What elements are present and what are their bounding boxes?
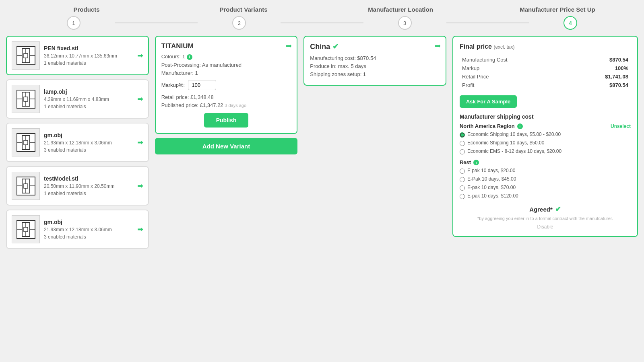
shipping-radio-rest-2[interactable] xyxy=(460,185,465,191)
svg-rect-27 xyxy=(24,227,28,232)
publish-button[interactable]: Publish xyxy=(204,113,249,128)
product-info-1: lamp.obj 4.39mm x 11.69mm x 4.83mm 1 ena… xyxy=(44,88,133,109)
markup-input[interactable] xyxy=(188,80,216,90)
shipping-option-rest-3[interactable]: E-pak 10 days, $120.00 xyxy=(460,193,631,199)
product-arrow-2[interactable]: ➡ xyxy=(137,138,143,147)
product-thumb-4 xyxy=(12,215,40,243)
step-circle-4[interactable]: 4 xyxy=(564,16,577,30)
product-card-1[interactable]: lamp.obj 4.39mm x 11.69mm x 4.83mm 1 ena… xyxy=(6,79,149,119)
product-dims-1: 4.39mm x 11.69mm x 4.83mm xyxy=(44,97,133,102)
price-card: Final price (excl. tax) Manufacturing Co… xyxy=(452,36,638,237)
rest-info-icon[interactable]: i xyxy=(473,160,479,165)
step-circle-1[interactable]: 1 xyxy=(67,16,80,30)
product-materials-4: 3 enabled materials xyxy=(44,234,133,240)
product-name-0: PEN fixed.stl xyxy=(44,45,133,51)
product-info-4: gm.obj 21.93mm x 12.18mm x 3.06mm 3 enab… xyxy=(44,219,133,240)
colours-info-icon[interactable]: i xyxy=(187,54,192,60)
agreed-check-icon: ✔ xyxy=(555,205,561,214)
product-thumb-1 xyxy=(12,85,40,113)
shipping-option-rest-0[interactable]: E pak 10 days, $20.00 xyxy=(460,168,631,174)
shipping-radio-rest-3[interactable] xyxy=(460,194,465,199)
product-name-2: gm.obj xyxy=(44,132,133,138)
location-card: ➡ China ✔ Manufacturing cost: $870.54 Pr… xyxy=(303,36,446,86)
manufacturing-cost: Manufacturing cost: $870.54 xyxy=(310,55,440,61)
product-dims-4: 21.93mm x 12.18mm x 3.06mm xyxy=(44,227,133,232)
add-variant-button[interactable]: Add New Variant xyxy=(155,138,298,154)
price-value-0: $870.54 xyxy=(562,56,630,64)
product-materials-1: 1 enabled materials xyxy=(44,104,133,109)
main-columns: PEN fixed.stl 36.12mm x 10.77mm x 135.63… xyxy=(0,32,644,253)
product-info-3: testModel.stl 20.50mm x 11.90mm x 20.50m… xyxy=(44,175,133,196)
svg-rect-15 xyxy=(24,140,28,145)
product-dims-0: 36.12mm x 10.77mm x 135.63mm xyxy=(44,53,133,59)
shipping-radio-na-2[interactable] xyxy=(460,149,465,154)
variants-column: ➡ TITANIUM Colours: 1 i Post-Processing:… xyxy=(155,36,298,154)
agreed-note: *by aggreeing you enter in to a formal c… xyxy=(460,216,631,221)
product-name-4: gm.obj xyxy=(44,219,133,225)
step-circle-3[interactable]: 3 xyxy=(398,16,412,30)
product-arrow-3[interactable]: ➡ xyxy=(137,181,143,190)
shipping-label-na-2: Economic EMS - 8-12 days 10 days, $20.00 xyxy=(467,148,561,154)
variant-colours: Colours: 1 i xyxy=(161,53,291,60)
product-name-1: lamp.obj xyxy=(44,88,133,95)
shipping-option-na-1[interactable]: Economic Shipping 10 days, $50.00 xyxy=(460,140,631,146)
product-info-0: PEN fixed.stl 36.12mm x 10.77mm x 135.63… xyxy=(44,45,133,66)
shipping-radio-na-0[interactable] xyxy=(460,132,465,138)
rest-region-title: Rest i xyxy=(460,159,631,165)
step-label-1: Products xyxy=(8,6,165,13)
shipping-radio-na-1[interactable] xyxy=(460,141,465,146)
retail-price: Retail price: £1,348.48 xyxy=(161,94,291,100)
location-card-arrow[interactable]: ➡ xyxy=(435,41,441,50)
price-value-2: $1,741.08 xyxy=(562,73,630,80)
product-materials-2: 3 enabled materials xyxy=(44,147,133,153)
shipping-option-rest-2[interactable]: E-pak 10 days, $70.00 xyxy=(460,185,631,191)
product-card-0[interactable]: PEN fixed.stl 36.12mm x 10.77mm x 135.63… xyxy=(6,36,149,75)
product-card-4[interactable]: gm.obj 21.93mm x 12.18mm x 3.06mm 3 enab… xyxy=(6,210,149,249)
svg-rect-9 xyxy=(24,97,28,101)
final-price-title: Final price (excl. tax) xyxy=(460,43,631,50)
price-row-2: Retail Price $1,741.08 xyxy=(460,73,630,80)
variant-card: ➡ TITANIUM Colours: 1 i Post-Processing:… xyxy=(155,36,298,134)
price-row-1: Markup 100% xyxy=(460,64,630,72)
shipping-label-na-1: Economic Shipping 10 days, $50.00 xyxy=(467,140,544,146)
step-labels-row: Products Product Variants Manufacturer L… xyxy=(8,6,636,13)
shipping-label-rest-3: E-pak 10 days, $120.00 xyxy=(467,193,518,199)
excl-tax: (excl. tax) xyxy=(493,44,514,50)
markup-label: Markup%: xyxy=(161,82,185,88)
product-card-3[interactable]: testModel.stl 20.50mm x 11.90mm x 20.50m… xyxy=(6,166,149,206)
price-label-1: Markup xyxy=(460,64,561,72)
rest-section: Rest i E pak 10 days, $20.00 E-Pak 10 da… xyxy=(460,159,631,199)
location-check-icon: ✔ xyxy=(332,42,339,51)
step-circle-2[interactable]: 2 xyxy=(232,16,246,30)
variant-title: TITANIUM xyxy=(161,42,291,50)
shipping-title: Manufacturer shipping cost xyxy=(460,113,631,120)
agreed-row: Agreed* ✔ xyxy=(460,205,631,214)
disable-link[interactable]: Disable xyxy=(460,224,631,230)
published-ago: 3 days ago xyxy=(225,103,246,108)
shipping-radio-rest-0[interactable] xyxy=(460,169,465,174)
product-arrow-4[interactable]: ➡ xyxy=(137,225,143,234)
markup-row: Markup%: xyxy=(161,80,291,90)
shipping-label-rest-2: E-pak 10 days, $70.00 xyxy=(467,185,516,190)
agreed-label: Agreed* xyxy=(529,206,553,213)
product-arrow-0[interactable]: ➡ xyxy=(137,51,143,60)
product-materials-3: 1 enabled materials xyxy=(44,191,133,196)
price-label-3: Profit xyxy=(460,81,561,89)
north-america-info-icon[interactable]: i xyxy=(517,123,523,129)
ask-sample-button[interactable]: Ask For A Sample xyxy=(460,95,517,108)
price-column: Final price (excl. tax) Manufacturing Co… xyxy=(452,36,638,237)
product-arrow-1[interactable]: ➡ xyxy=(137,95,143,103)
shipping-radio-rest-1[interactable] xyxy=(460,177,465,182)
product-dims-3: 20.50mm x 11.90mm x 20.50mm xyxy=(44,183,133,189)
shipping-label-rest-1: E-Pak 10 days, $45.00 xyxy=(467,176,516,182)
unselect-link[interactable]: Unselect xyxy=(611,123,631,129)
price-row-3: Profit $870.54 xyxy=(460,81,630,89)
price-label-0: Manufacturing Cost xyxy=(460,56,561,64)
published-price: Published price: £1,347.22 3 days ago xyxy=(161,102,291,108)
shipping-option-na-0[interactable]: Economic Shipping 10 days, $5.00 - $20.0… xyxy=(460,132,631,138)
shipping-option-rest-1[interactable]: E-Pak 10 days, $45.00 xyxy=(460,176,631,182)
product-card-2[interactable]: gm.obj 21.93mm x 12.18mm x 3.06mm 3 enab… xyxy=(6,123,149,162)
shipping-option-na-2[interactable]: Economic EMS - 8-12 days 10 days, $20.00 xyxy=(460,148,631,154)
variant-card-arrow[interactable]: ➡ xyxy=(286,41,292,50)
product-name-3: testModel.stl xyxy=(44,175,133,182)
